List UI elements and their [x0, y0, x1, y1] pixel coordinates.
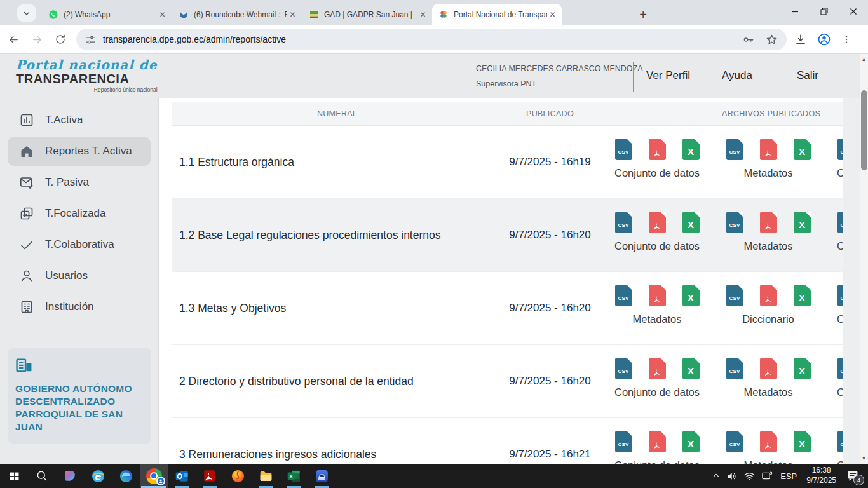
restore-button[interactable] — [810, 0, 839, 23]
browser-menu-icon[interactable] — [841, 34, 851, 44]
browser-tab[interactable]: (2) WhatsApp✕ — [42, 4, 172, 25]
tab-close-icon[interactable]: ✕ — [157, 10, 168, 20]
table-row[interactable]: 3 Remuneraciones ingresos adicionales9/7… — [172, 418, 843, 464]
volume-icon[interactable] — [726, 470, 738, 482]
csv-file-icon[interactable]: CSV — [726, 212, 743, 233]
csv-file-icon[interactable]: CSV — [837, 285, 843, 306]
display-cast-icon[interactable] — [761, 470, 773, 482]
taskbar-start-button[interactable] — [0, 464, 28, 488]
published-cell: 9/7/2025 - 16h20 — [503, 199, 597, 271]
site-settings-icon[interactable] — [85, 34, 96, 45]
tray-chevron-up-icon[interactable] — [711, 471, 721, 481]
csv-file-icon[interactable]: CSV — [726, 285, 743, 306]
tab-search-button[interactable] — [17, 4, 36, 22]
csv-file-icon[interactable]: CSV — [615, 358, 632, 379]
taskbar-firefox-button[interactable] — [224, 464, 252, 488]
scroll-up-icon[interactable]: ▲ — [860, 57, 868, 62]
browser-tab[interactable]: GAD | GADPR San Juan |✕ — [302, 4, 432, 25]
csv-file-icon[interactable]: CSV — [837, 431, 843, 452]
sidebar-item-reportes-t-activa[interactable]: Reportes T. Activa — [8, 137, 151, 166]
sidebar-item-usuarios[interactable]: Usuarios — [8, 261, 151, 290]
pdf-file-icon[interactable] — [649, 285, 666, 306]
header-link-salir[interactable]: Salir — [797, 69, 818, 82]
taskbar-acrobat-button[interactable] — [196, 464, 224, 488]
institution-card[interactable]: GOBIERNO AUTÓNOMO DESCENTRALIZADO PARROQ… — [8, 348, 151, 444]
xls-file-icon[interactable]: X — [682, 212, 700, 233]
scroll-down-icon[interactable]: ▼ — [860, 456, 868, 461]
tab-close-icon[interactable]: ✕ — [547, 10, 558, 20]
tab-close-icon[interactable]: ✕ — [287, 10, 298, 20]
csv-file-icon[interactable]: CSV — [726, 358, 743, 379]
wifi-icon[interactable] — [743, 470, 756, 482]
pdf-file-icon[interactable] — [649, 139, 666, 160]
xls-file-icon[interactable]: X — [682, 431, 700, 452]
sidebar-item-t-activa[interactable]: T.Activa — [8, 105, 151, 135]
bookmark-star-icon[interactable] — [766, 34, 778, 46]
browser-tab[interactable]: (6) Roundcube Webmail :: Entra✕ — [172, 4, 302, 25]
minimize-button[interactable] — [780, 0, 810, 23]
pdf-file-icon[interactable] — [760, 431, 777, 452]
taskbar-chrome-button[interactable] — [140, 464, 168, 488]
scrollbar-thumb[interactable] — [861, 90, 867, 170]
csv-file-icon[interactable]: CSV — [837, 139, 843, 160]
pdf-file-icon[interactable] — [649, 431, 666, 452]
xls-file-icon[interactable]: X — [794, 358, 811, 379]
taskbar-search-button[interactable] — [28, 464, 56, 488]
taskbar-file-explorer-button[interactable] — [252, 464, 280, 488]
forward-button[interactable] — [27, 29, 47, 50]
taskbar-ie-button[interactable] — [84, 464, 112, 488]
table-row[interactable]: 2 Directorio y distributivo personal de … — [172, 345, 843, 418]
password-key-icon[interactable] — [742, 34, 754, 46]
table-row[interactable]: 1.2 Base Legal regulaciones procedimient… — [172, 199, 843, 272]
pdf-file-icon[interactable] — [649, 358, 666, 379]
pdf-file-icon[interactable] — [760, 212, 777, 233]
xls-file-icon[interactable]: X — [682, 139, 700, 160]
xls-file-icon[interactable]: X — [794, 139, 811, 160]
clock[interactable]: 16:38 9/7/2025 — [806, 466, 836, 485]
browser-tab[interactable]: Portal Nacional de Transparenci✕ — [432, 4, 562, 25]
header-link-ayuda[interactable]: Ayuda — [722, 69, 752, 82]
pdf-file-icon[interactable] — [760, 358, 777, 379]
xls-file-icon[interactable]: X — [682, 285, 700, 306]
tab-close-icon[interactable]: ✕ — [417, 10, 428, 20]
header-link-ver-perfil[interactable]: Ver Perfil — [646, 69, 690, 82]
back-button[interactable] — [3, 29, 24, 50]
profile-avatar-icon[interactable] — [817, 32, 831, 46]
pdf-file-icon[interactable] — [760, 139, 777, 160]
close-window-button[interactable] — [839, 0, 868, 23]
notification-center-button[interactable]: 4 — [844, 466, 863, 485]
xls-file-icon[interactable]: X — [682, 358, 700, 379]
language-indicator[interactable]: ESP — [780, 471, 797, 481]
csv-file-icon[interactable]: CSV — [615, 212, 632, 233]
sidebar-item-t-focalizada[interactable]: T.Focalizada — [8, 199, 151, 228]
xls-file-icon[interactable]: X — [794, 212, 811, 233]
csv-file-icon[interactable]: CSV — [726, 431, 743, 452]
table-row[interactable]: 1.1 Estructura orgánica9/7/2025 - 16h19C… — [172, 126, 843, 199]
csv-file-icon[interactable]: CSV — [615, 285, 632, 306]
new-tab-button[interactable]: + — [634, 6, 652, 24]
page-scrollbar[interactable]: ▲ ▼ — [860, 54, 868, 464]
taskbar-outlook-button[interactable] — [168, 464, 196, 488]
download-icon[interactable] — [794, 33, 807, 46]
pdf-file-icon[interactable] — [649, 212, 666, 233]
table-row[interactable]: 1.3 Metas y Objetivos9/7/2025 - 16h20CSV… — [172, 272, 843, 345]
address-bar[interactable]: transparencia.dpe.gob.ec/admin/reports/a… — [76, 29, 787, 50]
pdf-file-icon[interactable] — [760, 285, 777, 306]
reload-button[interactable] — [50, 29, 71, 50]
taskbar-scanner-button[interactable] — [308, 464, 336, 488]
taskbar-edge-button[interactable] — [112, 464, 140, 488]
csv-file-icon[interactable]: CSV — [837, 358, 843, 379]
csv-file-icon[interactable]: CSV — [615, 431, 632, 452]
xls-file-icon[interactable]: X — [794, 285, 811, 306]
csv-file-icon[interactable]: CSV — [837, 212, 843, 233]
taskbar-copilot-button[interactable] — [56, 464, 84, 488]
csv-file-icon[interactable]: CSV — [726, 139, 743, 160]
sidebar-item-t-pasiva[interactable]: T. Pasiva — [8, 168, 151, 197]
sidebar-item-t-colaborativa[interactable]: T.Colaborativa — [8, 230, 151, 259]
url-text[interactable]: transparencia.dpe.gob.ec/admin/reports/a… — [103, 34, 742, 44]
sidebar-item-instituci-n[interactable]: Institución — [8, 292, 151, 322]
csv-file-icon[interactable]: CSV — [615, 139, 632, 160]
taskbar-excel-button[interactable]: X — [280, 464, 308, 488]
file-icons-row: CSVX — [837, 358, 843, 379]
xls-file-icon[interactable]: X — [794, 431, 811, 452]
